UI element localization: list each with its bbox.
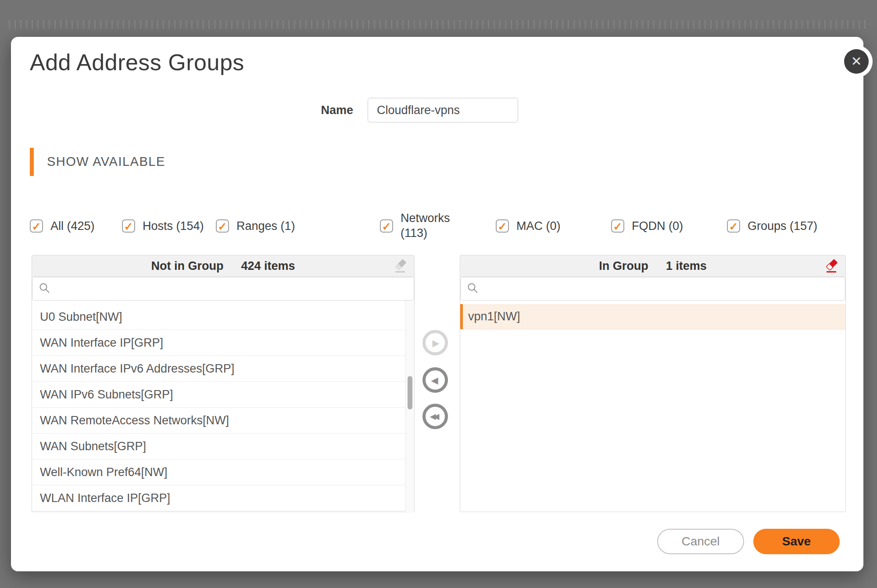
list-item-label: U0 Subnet[NW]: [40, 310, 122, 324]
list-item[interactable]: WAN RemoteAccess Networks[NW]: [32, 408, 405, 434]
move-to-group-button[interactable]: ▶: [422, 330, 448, 355]
filter-label: All (425): [50, 219, 95, 233]
arrow-left-icon: ◀: [431, 376, 438, 385]
filter-label: Groups (157): [748, 219, 817, 233]
scrollbar-track[interactable]: [405, 301, 414, 513]
filter-networks-113[interactable]: Networks (113): [380, 201, 458, 251]
section-header: SHOW AVAILABLE: [47, 154, 165, 169]
filter-label: Hosts (154): [143, 219, 204, 233]
panel-item-count: 424 items: [241, 259, 295, 273]
cancel-button[interactable]: Cancel: [657, 529, 744, 554]
filter-fqdn-0[interactable]: FQDN (0): [611, 201, 683, 251]
panel-item-count: 1 items: [666, 259, 707, 273]
list-item-label: Well-Known Pref64[NW]: [40, 466, 168, 479]
list-item[interactable]: WAN Subnets[GRP]: [32, 434, 405, 459]
list-item-label: WLAN Interface IP[GRP]: [40, 491, 170, 505]
checkbox-icon[interactable]: [122, 219, 135, 233]
list-item[interactable]: U0 Subnet[NW]: [32, 304, 405, 330]
list-item[interactable]: WAN Interface IP[GRP]: [32, 330, 405, 356]
list-item-label: vpn1[NW]: [468, 310, 520, 323]
clear-group-eraser-icon[interactable]: [824, 258, 839, 274]
in-group-list: vpn1[NW]: [460, 301, 845, 513]
in-group-header: In Group 1 items: [460, 255, 845, 277]
arrow-right-icon: ▶: [432, 338, 439, 348]
remove-from-group-button[interactable]: ◀: [422, 367, 448, 393]
not-in-group-list: U0 Subnet[NW]WAN Interface IP[GRP]WAN In…: [32, 301, 414, 513]
filter-ranges-1[interactable]: Ranges (1): [216, 201, 295, 251]
checkbox-icon[interactable]: [380, 219, 393, 233]
background-pattern: [9, 20, 868, 29]
filter-row: All (425)Hosts (154)Ranges (1)Networks (…: [11, 201, 863, 251]
list-item[interactable]: Well-Known Pref64[NW]: [32, 459, 405, 485]
search-input[interactable]: [56, 277, 414, 301]
panel-title: Not in Group: [151, 259, 223, 273]
checkbox-icon[interactable]: [727, 219, 740, 233]
remove-all-from-group-button[interactable]: ◀◀: [422, 404, 448, 429]
list-item-label: WAN Interface IPv6 Addresses[GRP]: [40, 362, 234, 376]
not-in-group-panel: Not in Group 424 items: [32, 255, 415, 512]
list-item-label: WAN Subnets[GRP]: [40, 440, 146, 453]
list-item-label: WAN Interface IP[GRP]: [40, 336, 163, 350]
page-title: Add Address Groups: [30, 49, 244, 75]
add-address-groups-dialog: Add Address Groups ✕ Name SHOW AVAILABLE…: [11, 37, 863, 571]
double-arrow-left-icon: ◀◀: [430, 412, 437, 420]
checkbox-icon[interactable]: [30, 219, 43, 233]
filter-all-425[interactable]: All (425): [30, 201, 95, 251]
filter-label: FQDN (0): [632, 219, 683, 233]
scrollbar-thumb[interactable]: [408, 376, 412, 409]
list-item-label: WAN IPv6 Subnets[GRP]: [40, 388, 173, 402]
list-item[interactable]: vpn1[NW]: [460, 304, 845, 330]
not-in-group-header: Not in Group 424 items: [32, 255, 414, 277]
panel-title: In Group: [599, 259, 648, 273]
filter-label: MAC (0): [516, 219, 561, 233]
list-item[interactable]: WAN IPv6 Subnets[GRP]: [32, 382, 405, 408]
in-group-panel: In Group 1 items vpn1[N: [460, 255, 846, 512]
close-button[interactable]: ✕: [844, 49, 869, 74]
search-icon: [39, 282, 50, 296]
checkbox-icon[interactable]: [496, 219, 509, 233]
section-accent-bar: [30, 148, 34, 176]
search-icon: [467, 282, 479, 296]
search-input[interactable]: [484, 277, 845, 301]
filter-mac-0[interactable]: MAC (0): [496, 201, 561, 251]
close-icon: ✕: [851, 55, 862, 68]
save-button[interactable]: Save: [753, 529, 840, 554]
filter-groups-157[interactable]: Groups (157): [727, 201, 817, 251]
list-item[interactable]: WAN Interface IPv6 Addresses[GRP]: [32, 356, 405, 382]
clear-selection-eraser-icon[interactable]: [393, 258, 408, 274]
list-item-label: WAN RemoteAccess Networks[NW]: [40, 414, 229, 427]
list-item[interactable]: WLAN Interface IP[GRP]: [32, 485, 405, 511]
filter-label: Ranges (1): [236, 219, 295, 233]
filter-label: Networks (113): [401, 211, 458, 241]
not-in-group-search: [32, 277, 414, 301]
name-input[interactable]: [368, 98, 518, 122]
name-field-label: Name: [270, 104, 353, 117]
in-group-search: [460, 277, 845, 301]
filter-hosts-154[interactable]: Hosts (154): [122, 201, 204, 251]
checkbox-icon[interactable]: [611, 219, 624, 233]
checkbox-icon[interactable]: [216, 219, 229, 233]
